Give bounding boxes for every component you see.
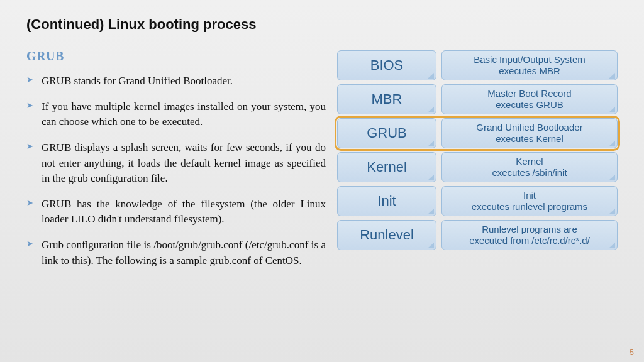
stage-desc-box: Grand Unified Bootloaderexecutes Kernel bbox=[441, 118, 618, 148]
stage-label-box: Init bbox=[337, 186, 436, 216]
bullet-item: Grub configuration file is /boot/grub/gr… bbox=[26, 238, 326, 268]
stage-label-box: BIOS bbox=[337, 50, 436, 80]
stage-desc-box: Initexecutes runlevel programs bbox=[441, 186, 618, 216]
diagram-column: BIOSBasic Input/Output Systemexecutes MB… bbox=[337, 49, 618, 278]
stage-label-box: MBR bbox=[337, 84, 436, 114]
page-number: 5 bbox=[630, 348, 634, 357]
stage-label-box: Runlevel bbox=[337, 220, 436, 250]
bullet-item: GRUB stands for Grand Unified Bootloader… bbox=[26, 74, 326, 89]
bullet-list: GRUB stands for Grand Unified Bootloader… bbox=[26, 74, 326, 268]
stage-row-runlevel: RunlevelRunlevel programs areexecuted fr… bbox=[337, 220, 618, 250]
stage-row-bios: BIOSBasic Input/Output Systemexecutes MB… bbox=[337, 50, 618, 80]
stage-desc-box: Basic Input/Output Systemexecutes MBR bbox=[441, 50, 618, 80]
bullet-item: GRUB displays a splash screen, waits for… bbox=[26, 140, 326, 187]
slide: (Continued) Linux booting process GRUB G… bbox=[0, 0, 644, 288]
stage-label-box: Kernel bbox=[337, 152, 436, 182]
page-title: (Continued) Linux booting process bbox=[26, 16, 618, 33]
stage-desc-box: Kernelexecutes /sbin/init bbox=[441, 152, 618, 182]
stage-row-grub: GRUBGrand Unified Bootloaderexecutes Ker… bbox=[337, 118, 618, 148]
section-heading: GRUB bbox=[26, 49, 326, 63]
stage-row-mbr: MBRMaster Boot Recordexecutes GRUB bbox=[337, 84, 618, 114]
bullet-item: If you have multiple kernel images insta… bbox=[26, 99, 326, 130]
left-column: GRUB GRUB stands for Grand Unified Bootl… bbox=[26, 49, 326, 278]
stage-label-box: GRUB bbox=[337, 118, 436, 148]
stage-desc-box: Runlevel programs areexecuted from /etc/… bbox=[441, 220, 618, 250]
content-row: GRUB GRUB stands for Grand Unified Bootl… bbox=[26, 49, 618, 278]
stage-row-kernel: KernelKernelexecutes /sbin/init bbox=[337, 152, 618, 182]
stage-row-init: InitInitexecutes runlevel programs bbox=[337, 186, 618, 216]
stage-desc-box: Master Boot Recordexecutes GRUB bbox=[441, 84, 618, 114]
bullet-item: GRUB has the knowledge of the filesystem… bbox=[26, 197, 326, 228]
